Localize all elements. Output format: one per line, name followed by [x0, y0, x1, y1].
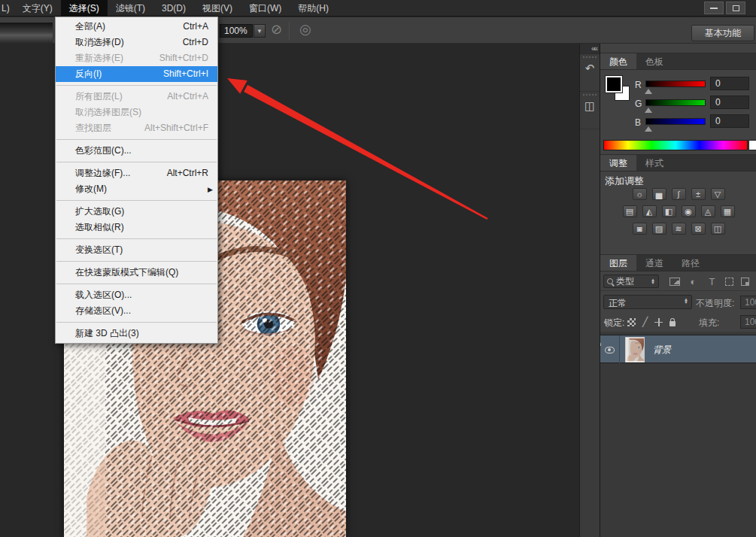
- lock-position-icon[interactable]: [654, 318, 663, 326]
- layers-tab-1[interactable]: 通道: [636, 255, 673, 271]
- color-spectrum-ramp[interactable]: [603, 140, 748, 150]
- filter-kind-label: 类型: [616, 275, 634, 288]
- channel-slider-G[interactable]: [645, 99, 706, 106]
- zoom-level-field[interactable]: 100%: [220, 24, 253, 38]
- collapse-panels-button[interactable]: ««: [580, 44, 600, 54]
- minimize-button[interactable]: [704, 2, 724, 14]
- spectrum-white-swatch[interactable]: [748, 140, 756, 150]
- dock-icons: ↶◫: [580, 54, 600, 129]
- menu-item-14[interactable]: 扩大选取(G): [56, 204, 217, 220]
- channel-value-B[interactable]: 0: [710, 114, 749, 128]
- lock-image-icon[interactable]: ╱: [642, 317, 648, 327]
- channel-value-R[interactable]: 0: [710, 77, 749, 90]
- menu-item-15[interactable]: 选取相似(R): [56, 220, 217, 235]
- exposure-icon[interactable]: ±: [691, 188, 706, 200]
- lock-transparent-icon[interactable]: [627, 318, 636, 326]
- menubar-item-clipped[interactable]: L): [0, 0, 14, 16]
- restore-button[interactable]: [726, 2, 745, 14]
- gradient-map-icon[interactable]: ⊠: [691, 223, 706, 235]
- invert-icon[interactable]: ◙: [633, 223, 647, 235]
- channel-slider-R[interactable]: [645, 80, 706, 87]
- photo-filter-icon[interactable]: ◉: [682, 205, 696, 217]
- curves-icon[interactable]: ∫: [672, 188, 686, 200]
- menu-item-9[interactable]: 色彩范围(C)...: [56, 143, 217, 159]
- channel-row-G: G0: [600, 97, 756, 112]
- menu-item-7[interactable]: 查找图层Alt+Shift+Ctrl+F: [56, 120, 217, 136]
- menu-item-22[interactable]: 存储选区(V)...: [56, 303, 217, 319]
- slider-thumb-icon[interactable]: [645, 108, 652, 113]
- brightness-contrast-icon[interactable]: ☼: [633, 188, 647, 200]
- menu-item-24[interactable]: 新建 3D 凸出(3): [56, 326, 217, 341]
- menubar-item-5[interactable]: 窗口(W): [241, 0, 290, 16]
- channel-slider-B[interactable]: [645, 118, 706, 125]
- updown-arrows-icon: ▲▼: [684, 298, 688, 304]
- lock-row: 锁定: ╱ 填充: 100%: [600, 312, 756, 332]
- zoom-level-dropdown[interactable]: ▼: [254, 24, 266, 38]
- layer-visibility-toggle[interactable]: [600, 335, 620, 364]
- menu-item-21[interactable]: 载入选区(O)...: [56, 287, 217, 303]
- color-lookup-icon[interactable]: ▦: [721, 205, 735, 217]
- filter-adjustment-layers-icon[interactable]: ◐: [688, 276, 699, 287]
- menu-item-3[interactable]: 反向(I)Shift+Ctrl+I: [56, 66, 217, 82]
- levels-icon[interactable]: ▅: [652, 188, 666, 200]
- menubar-item-0[interactable]: 文字(Y): [14, 0, 61, 16]
- menu-item-0[interactable]: 全部(A)Ctrl+A: [56, 19, 217, 35]
- menu-item-label: 取消选择(D): [75, 37, 124, 47]
- workspace-switcher-button[interactable]: 基本功能: [691, 25, 754, 41]
- color-tab-1[interactable]: 色板: [636, 53, 673, 69]
- channel-value-G[interactable]: 0: [710, 96, 749, 109]
- menu-item-5[interactable]: 所有图层(L)Alt+Ctrl+A: [56, 89, 217, 105]
- threed-panel-button[interactable]: ◫: [580, 92, 600, 129]
- minimize-icon: [710, 8, 718, 9]
- layer-thumbnail[interactable]: [625, 337, 645, 363]
- filter-pixel-layers-icon[interactable]: [669, 278, 680, 286]
- menu-item-19[interactable]: 在快速蒙版模式下编辑(Q): [56, 265, 217, 281]
- filter-shape-layers-icon[interactable]: [725, 278, 733, 286]
- menu-item-11[interactable]: 调整边缘(F)...Alt+Ctrl+R: [56, 165, 217, 181]
- menubar-item-1[interactable]: 选择(S): [61, 0, 108, 16]
- selective-color-icon[interactable]: ◫: [711, 223, 725, 235]
- fill-value-field[interactable]: 100%: [740, 315, 756, 329]
- menu-item-label: 载入选区(O)...: [75, 290, 132, 300]
- layer-name[interactable]: 背景: [653, 344, 671, 356]
- slider-thumb-icon[interactable]: [645, 126, 652, 132]
- menu-item-12[interactable]: 修改(M)▶: [56, 181, 217, 197]
- layers-tab-0[interactable]: 图层: [600, 255, 636, 271]
- menubar-item-3[interactable]: 3D(D): [153, 0, 194, 16]
- menubar-item-2[interactable]: 滤镜(T): [108, 0, 153, 16]
- menu-item-shortcut: Alt+Ctrl+A: [167, 89, 208, 105]
- menu-item-17[interactable]: 变换选区(T): [56, 242, 217, 258]
- color-balance-icon[interactable]: ◭: [642, 205, 657, 217]
- menu-item-shortcut: Ctrl+A: [183, 19, 208, 35]
- channel-row-B: B0: [600, 116, 756, 131]
- color-tab-0[interactable]: 颜色: [600, 53, 636, 69]
- lock-icons: ╱: [627, 314, 676, 329]
- airbrush-disabled-icon[interactable]: ⊘: [271, 21, 282, 38]
- layer-row-background[interactable]: 背景: [600, 335, 756, 363]
- layers-tab-2[interactable]: 路径: [673, 255, 709, 271]
- adjustments-tab-0[interactable]: 调整: [600, 155, 636, 171]
- slider-thumb-icon[interactable]: [645, 89, 652, 94]
- channel-mixer-icon[interactable]: ◬: [701, 205, 715, 217]
- threshold-icon[interactable]: ≋: [672, 223, 686, 235]
- blend-mode-select[interactable]: 正常 ▲▼: [603, 295, 692, 309]
- black-white-icon[interactable]: ◧: [662, 205, 676, 217]
- lock-all-icon[interactable]: [669, 321, 676, 326]
- menu-item-6[interactable]: 取消选择图层(S): [56, 105, 217, 120]
- target-tool-icon[interactable]: ◎: [299, 21, 311, 38]
- vibrance-icon[interactable]: ▽: [711, 188, 725, 200]
- history-panel-button[interactable]: ↶: [580, 54, 600, 92]
- adjustments-tab-1[interactable]: 样式: [636, 155, 673, 171]
- filter-smart-objects-icon[interactable]: [741, 278, 749, 286]
- filter-kind-select[interactable]: 类型 ▲▼: [603, 275, 659, 288]
- menu-item-2[interactable]: 重新选择(E)Shift+Ctrl+D: [56, 50, 217, 66]
- menu-item-1[interactable]: 取消选择(D)Ctrl+D: [56, 35, 217, 50]
- menu-separator: [56, 261, 217, 262]
- hue-saturation-icon[interactable]: ▤: [623, 205, 637, 217]
- filter-type-layers-icon[interactable]: T: [706, 276, 718, 287]
- menu-item-label: 新建 3D 凸出(3): [75, 328, 139, 338]
- menubar-item-4[interactable]: 视图(V): [194, 0, 241, 16]
- opacity-value-field[interactable]: 100%: [740, 296, 756, 309]
- menubar-item-6[interactable]: 帮助(H): [290, 0, 337, 16]
- posterize-icon[interactable]: ▨: [652, 223, 666, 235]
